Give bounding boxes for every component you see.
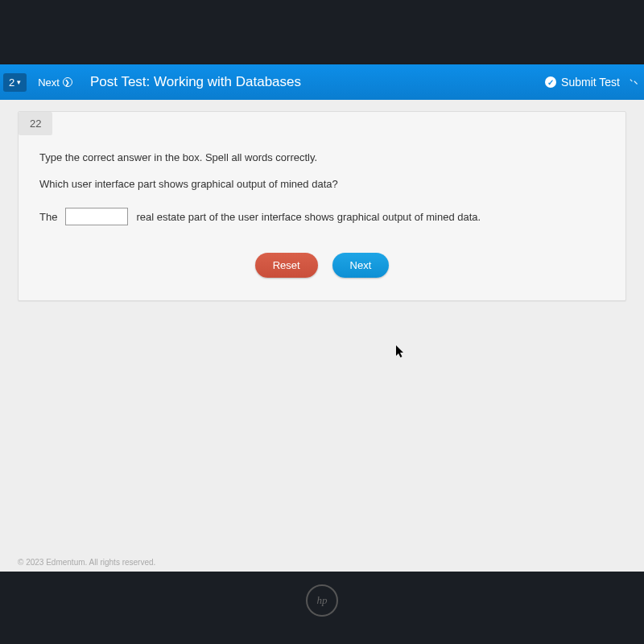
button-row: Reset Next bbox=[39, 253, 605, 278]
laptop-brand-logo: hp bbox=[306, 584, 338, 617]
instruction-text: Type the correct answer in the box. Spel… bbox=[39, 151, 605, 163]
page-title: Post Test: Working with Databases bbox=[90, 74, 301, 90]
next-link[interactable]: Next ❯ bbox=[38, 76, 72, 89]
question-prompt: Which user interface part shows graphica… bbox=[39, 178, 605, 190]
submit-test-button[interactable]: ✓ Submit Test bbox=[545, 76, 638, 89]
sentence-end: real estate part of the user interface s… bbox=[136, 211, 481, 223]
question-number: 22 bbox=[19, 112, 52, 135]
next-link-label: Next bbox=[38, 76, 60, 89]
answer-line: The real estate part of the user interfa… bbox=[39, 208, 605, 225]
next-button[interactable]: Next bbox=[332, 253, 390, 278]
check-icon: ✓ bbox=[545, 76, 556, 88]
answer-input[interactable] bbox=[65, 208, 128, 225]
submit-label: Submit Test bbox=[561, 76, 620, 89]
reset-button[interactable]: Reset bbox=[255, 253, 318, 278]
arrow-right-icon: ❯ bbox=[63, 77, 72, 87]
page-number: 2 bbox=[9, 76, 14, 89]
content-area: 22 Type the correct answer in the box. S… bbox=[0, 100, 644, 572]
card-body: Type the correct answer in the box. Spel… bbox=[19, 135, 625, 300]
screen-area: 2 ▾ Next ❯ Post Test: Working with Datab… bbox=[0, 64, 644, 572]
footer-copyright: © 2023 Edmentum. All rights reserved. bbox=[18, 558, 155, 567]
cursor-icon bbox=[396, 345, 406, 358]
sentence-start: The bbox=[39, 211, 57, 223]
page-selector[interactable]: 2 ▾ bbox=[3, 73, 27, 92]
question-card: 22 Type the correct answer in the box. S… bbox=[18, 111, 626, 301]
top-bar-left: 2 ▾ Next ❯ Post Test: Working with Datab… bbox=[3, 73, 301, 92]
laptop-brand-text: hp bbox=[317, 594, 328, 607]
tools-icon bbox=[630, 78, 638, 86]
chevron-down-icon: ▾ bbox=[17, 78, 21, 86]
top-bar: 2 ▾ Next ❯ Post Test: Working with Datab… bbox=[0, 64, 644, 100]
